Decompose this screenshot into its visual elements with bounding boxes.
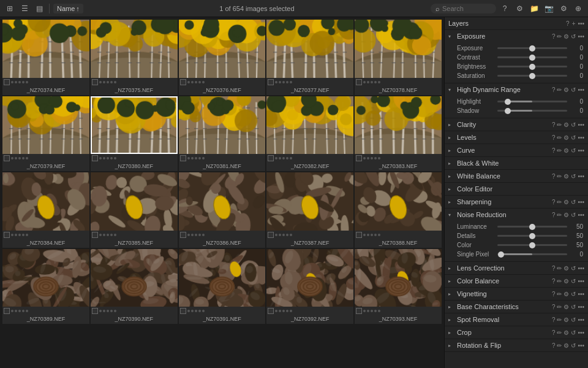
thumbnail-checkbox[interactable] (92, 155, 98, 161)
rating-dot[interactable] (26, 310, 28, 312)
rating-dot[interactable] (363, 81, 366, 83)
menu-icon[interactable]: ••• (578, 134, 584, 141)
rating-dot[interactable] (26, 157, 28, 159)
thumbnail-area[interactable]: _NZ70374.NEF_NZ70375.NEF_NZ70376.NEF_NZ7… (0, 17, 444, 368)
settings-icon[interactable]: ⚙ (564, 278, 569, 285)
reset-icon[interactable]: ↺ (571, 278, 576, 285)
rating-dot[interactable] (378, 81, 380, 83)
slider-track[interactable] (497, 66, 567, 67)
slider-track[interactable] (497, 235, 567, 237)
rating-dot[interactable] (18, 157, 21, 159)
edit-icon[interactable]: ✏ (557, 86, 562, 93)
rating-dot[interactable] (99, 81, 102, 83)
thumbnail-item[interactable]: _NZ70382.NEF (266, 96, 353, 172)
rating-dot[interactable] (371, 157, 373, 159)
rating-dot[interactable] (198, 81, 201, 83)
rating-dot[interactable] (202, 310, 205, 312)
rating-dot[interactable] (275, 234, 277, 236)
rating-dot[interactable] (275, 81, 277, 83)
rating-dot[interactable] (367, 81, 369, 83)
thumbnail-item[interactable]: _NZ70379.NEF (2, 96, 89, 172)
rating-dot[interactable] (290, 157, 292, 159)
layers-help-icon[interactable]: ? (566, 20, 570, 27)
reset-icon[interactable]: ↺ (571, 147, 576, 154)
rating-dot[interactable] (363, 310, 366, 312)
rating-dot[interactable] (22, 234, 24, 236)
thumbnail-item[interactable]: _NZ70381.NEF (179, 96, 266, 172)
rating-dot[interactable] (103, 310, 105, 312)
thumbnail-checkbox[interactable] (268, 79, 274, 85)
rating-dot[interactable] (187, 157, 190, 159)
edit-icon[interactable]: ✏ (557, 329, 562, 336)
rating-dot[interactable] (11, 81, 13, 83)
thumbnail-checkbox[interactable] (4, 232, 10, 238)
thumbnail-checkbox[interactable] (4, 79, 10, 85)
menu-icon[interactable]: ••• (578, 33, 584, 40)
settings-icon[interactable]: ⚙ (564, 265, 569, 272)
rating-dot[interactable] (363, 234, 366, 236)
thumbnail-item[interactable]: _NZ70374.NEF (2, 20, 89, 95)
panel-header-curve[interactable]: ▸Curve?✏⚙↺••• (445, 144, 588, 156)
rating-dot[interactable] (114, 157, 116, 159)
rating-dot[interactable] (290, 81, 292, 83)
rating-dot[interactable] (26, 81, 28, 83)
thumbnail-item[interactable]: _NZ70376.NEF (179, 20, 266, 95)
slider-thumb[interactable] (529, 55, 535, 61)
rating-dot[interactable] (103, 234, 105, 236)
thumbnail-item[interactable]: _NZ70393.NEF (355, 249, 442, 324)
slider-track[interactable] (497, 110, 567, 112)
menu-icon[interactable]: ••• (578, 342, 584, 349)
rating-dot[interactable] (15, 234, 17, 236)
rating-dot[interactable] (15, 310, 17, 312)
rating-dot[interactable] (378, 310, 380, 312)
slider-track[interactable] (497, 244, 567, 246)
edit-icon[interactable]: ✏ (557, 173, 562, 180)
edit-icon[interactable]: ✏ (557, 212, 562, 218)
thumbnail-checkbox[interactable] (180, 155, 186, 161)
camera-icon[interactable]: 📷 (543, 2, 555, 15)
settings-icon[interactable]: ⚙ (564, 342, 569, 349)
edit-icon[interactable]: ✏ (557, 278, 562, 285)
panel-header-base[interactable]: ▸Base Characteristics?✏⚙↺••• (445, 301, 588, 313)
menu-icon[interactable]: ••• (578, 147, 584, 154)
slider-thumb[interactable] (505, 108, 511, 114)
edit-icon[interactable]: ✏ (557, 265, 562, 272)
slider-thumb[interactable] (529, 64, 535, 70)
rating-dot[interactable] (191, 157, 194, 159)
rating-dot[interactable] (107, 310, 109, 312)
rating-dot[interactable] (110, 157, 113, 159)
settings-icon[interactable]: ⚙ (564, 212, 569, 218)
edit-icon[interactable]: ✏ (557, 316, 562, 323)
rating-dot[interactable] (371, 81, 373, 83)
rating-dot[interactable] (11, 310, 13, 312)
slider-track[interactable] (497, 253, 567, 255)
rating-dot[interactable] (275, 157, 277, 159)
help-icon[interactable]: ? (552, 329, 556, 336)
rating-dot[interactable] (279, 157, 281, 159)
menu-icon[interactable]: ••• (578, 173, 584, 180)
rating-dot[interactable] (275, 310, 277, 312)
rating-dot[interactable] (99, 157, 102, 159)
rating-dot[interactable] (374, 157, 377, 159)
rating-dot[interactable] (18, 81, 21, 83)
thumbnail-item[interactable]: _NZ70388.NEF (355, 172, 442, 248)
help-icon[interactable]: ? (552, 121, 556, 128)
settings-icon[interactable]: ⚙ (564, 33, 569, 40)
thumbnail-item[interactable]: _NZ70384.NEF (2, 172, 89, 248)
slider-track[interactable] (497, 47, 567, 49)
rating-dot[interactable] (286, 81, 288, 83)
view-grid-icon[interactable]: ⊞ (4, 2, 16, 15)
edit-icon[interactable]: ✏ (557, 342, 562, 349)
menu-icon[interactable]: ••• (578, 265, 584, 272)
rating-dot[interactable] (378, 234, 380, 236)
reset-icon[interactable]: ↺ (571, 265, 576, 272)
panel-header-bw[interactable]: ▸Black & White (445, 157, 588, 169)
rating-dot[interactable] (198, 234, 201, 236)
thumbnail-checkbox[interactable] (92, 232, 98, 238)
rating-dot[interactable] (22, 81, 24, 83)
share-icon[interactable]: ⊕ (572, 2, 584, 15)
slider-thumb[interactable] (529, 73, 535, 79)
rating-dot[interactable] (371, 234, 373, 236)
thumbnail-item[interactable]: _NZ70386.NEF (179, 172, 266, 248)
layers-menu-icon[interactable]: ••• (578, 20, 584, 27)
